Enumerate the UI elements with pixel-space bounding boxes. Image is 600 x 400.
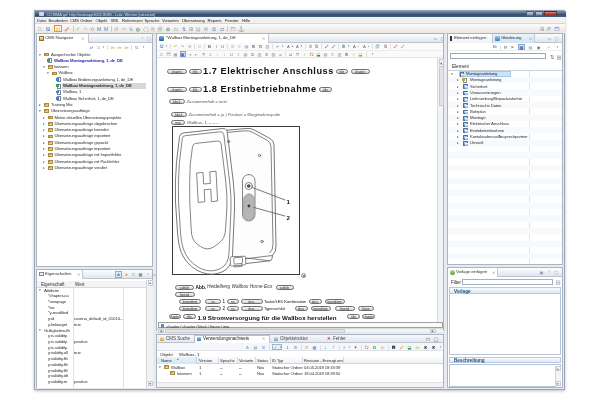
- svg-text:2: 2: [287, 213, 291, 220]
- svg-text:1: 1: [287, 197, 291, 204]
